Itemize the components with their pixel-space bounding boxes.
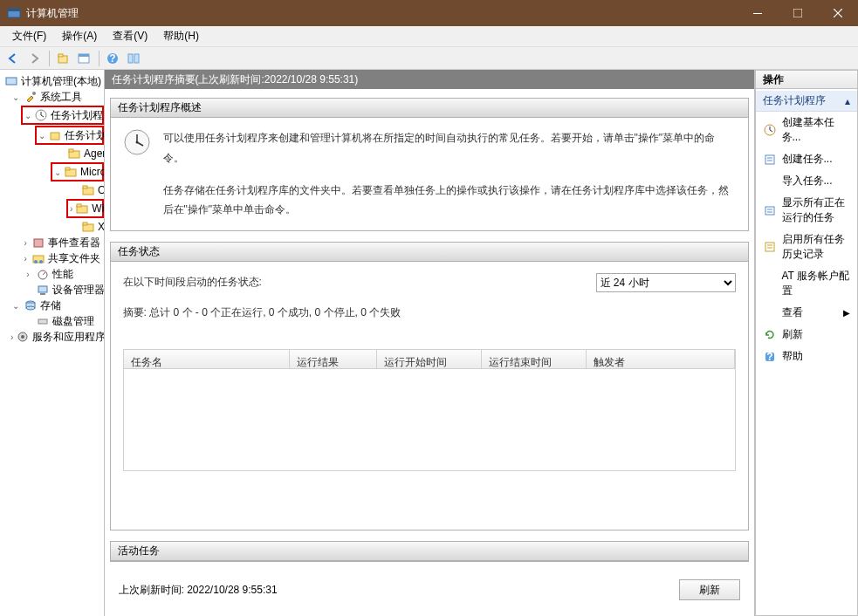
expand-icon[interactable]: › [70, 204, 72, 214]
action-help[interactable]: ? 帮助 [756, 346, 858, 367]
submenu-arrow-icon: ▶ [843, 308, 850, 318]
svg-rect-21 [69, 149, 73, 152]
active-title[interactable]: 活动任务 [111, 542, 748, 561]
expand-icon[interactable]: › [23, 238, 29, 248]
action-enable-history[interactable]: 启用所有任务历史记录 [756, 229, 858, 265]
actions-group-label: 任务计划程序 [763, 93, 826, 108]
menu-action[interactable]: 操作(A) [55, 27, 104, 45]
tree-onecore[interactable]: OneCore [0, 182, 104, 198]
action-create-task[interactable]: 创建任务... [756, 148, 858, 170]
header-prefix: 任务计划程序摘要(上次刷新时间: [112, 72, 264, 87]
tree-root[interactable]: 计算机管理(本地) [0, 73, 104, 89]
tree-label: 系统工具 [40, 90, 82, 105]
action-label: 启用所有任务历史记录 [782, 232, 851, 262]
action-label: AT 服务帐户配置 [782, 269, 851, 298]
action-show-running[interactable]: 显示所有正在运行的任务 [756, 192, 858, 229]
back-button[interactable] [3, 49, 23, 68]
tree-disk-management[interactable]: 磁盘管理 [0, 313, 104, 329]
forward-button[interactable] [24, 49, 44, 68]
task-table[interactable]: 任务名 运行结果 运行开始时间 运行结束时间 触发者 [123, 349, 736, 471]
shared-folders-icon [31, 251, 45, 265]
menu-view[interactable]: 查看(V) [106, 27, 154, 45]
tree-performance[interactable]: › 性能 [0, 266, 104, 282]
help-icon: ? [763, 350, 777, 364]
menu-help[interactable]: 帮助(H) [156, 27, 206, 45]
actions-group-title[interactable]: 任务计划程序 ▴ [756, 91, 858, 112]
overview-text: 可以使用任务计划程序来创建和管理计算机将在所指定的时间自动执行的常见任务。若要开… [163, 128, 736, 220]
tree-label: 任务计划程序库 [65, 128, 105, 143]
tools-icon [24, 90, 38, 104]
center-header: 任务计划程序摘要(上次刷新时间: 2022/10/28 9:55:31) [105, 70, 754, 89]
action-create-basic-task[interactable]: 创建基本任务... [756, 112, 858, 148]
tree-storage[interactable]: ⌄ 存储 [0, 298, 104, 313]
status-title[interactable]: 任务状态 [111, 243, 748, 262]
expand-icon[interactable]: › [23, 270, 33, 279]
last-refresh-label: 上次刷新时间: [119, 584, 188, 596]
title-bar: 计算机管理 [0, 0, 858, 26]
svg-rect-27 [77, 204, 81, 207]
library-icon [48, 128, 62, 142]
tree-agent-activation[interactable]: Agent Activation [0, 146, 104, 161]
col-start[interactable]: 运行开始时间 [377, 350, 482, 368]
col-result[interactable]: 运行结果 [290, 350, 377, 368]
tree-xblgamesave[interactable]: XblGameSave [0, 219, 104, 235]
expand-icon[interactable]: › [10, 332, 13, 342]
action-view[interactable]: 查看 ▶ [756, 302, 858, 324]
overview-title[interactable]: 任务计划程序概述 [111, 99, 748, 118]
svg-point-43 [21, 335, 24, 339]
tree-event-viewer[interactable]: › 事件查看器 [0, 235, 104, 250]
collapse-icon[interactable]: ⌄ [38, 131, 45, 140]
overview-section: 任务计划程序概述 可以使用任务计划程序来创建和管理计算机将在所指定的时间自动执行… [110, 98, 749, 231]
header-suffix: ) [354, 73, 358, 86]
menu-file[interactable]: 文件(F) [5, 27, 53, 45]
maximize-button[interactable] [778, 0, 818, 26]
action-refresh[interactable]: 刷新 [756, 324, 858, 346]
tree-windows[interactable]: › Windows [70, 201, 100, 216]
collapse-icon[interactable]: ⌄ [54, 168, 61, 177]
nav-tree[interactable]: 计算机管理(本地) ⌄ 系统工具 ⌄ 任务计划程序 ⌄ 任务计划程序库 Agen… [0, 70, 105, 616]
tree-services-apps[interactable]: › 服务和应用程序 [0, 329, 104, 345]
collapse-icon[interactable]: ⌄ [24, 111, 31, 120]
refresh-button[interactable]: 刷新 [679, 579, 740, 600]
svg-text:?: ? [766, 351, 772, 363]
status-range-label: 在以下时间段启动的任务状态: [123, 272, 262, 292]
tree-label: 共享文件夹 [48, 251, 100, 266]
up-button[interactable] [53, 49, 72, 68]
help-button[interactable]: ? [103, 49, 122, 68]
close-button[interactable] [818, 0, 858, 26]
tree-device-manager[interactable]: 设备管理器 [0, 282, 104, 298]
action-label: 创建基本任务... [782, 115, 851, 145]
col-end[interactable]: 运行结束时间 [482, 350, 587, 368]
time-range-select[interactable]: 近 24 小时 [596, 273, 736, 292]
col-trigger[interactable]: 触发者 [587, 350, 735, 368]
folder-icon [67, 147, 81, 161]
svg-rect-1 [8, 9, 20, 11]
tree-label: 服务和应用程序 [32, 330, 104, 345]
collapse-icon[interactable]: ⌄ [10, 92, 21, 102]
properties-button[interactable] [74, 49, 93, 68]
col-task-name[interactable]: 任务名 [124, 350, 290, 368]
action-at-service[interactable]: AT 服务帐户配置 [756, 265, 858, 302]
details-button[interactable] [124, 49, 143, 68]
expand-icon[interactable]: › [23, 254, 29, 264]
collapse-icon[interactable]: ⌄ [10, 301, 21, 311]
action-import-task[interactable]: 导入任务... [756, 170, 858, 192]
collapse-icon[interactable]: ▴ [845, 95, 850, 107]
minimize-button[interactable] [738, 0, 778, 26]
tree-shared-folders[interactable]: › 共享文件夹 [0, 250, 104, 266]
storage-icon [24, 298, 38, 312]
toolbar-separator [99, 51, 100, 66]
tree-label: Microsoft [80, 166, 105, 178]
tree-task-scheduler[interactable]: ⌄ 任务计划程序 [24, 107, 100, 123]
overview-p1: 可以使用任务计划程序来创建和管理计算机将在所指定的时间自动执行的常见任务。若要开… [163, 128, 736, 168]
svg-point-15 [32, 92, 36, 95]
svg-rect-54 [765, 207, 774, 215]
tree-label: 设备管理器 [52, 283, 105, 298]
tree-task-scheduler-lib[interactable]: ⌄ 任务计划程序库 [38, 127, 100, 143]
tree-system-tools[interactable]: ⌄ 系统工具 [0, 89, 104, 105]
app-icon [7, 6, 21, 20]
tree-microsoft[interactable]: ⌄ Microsoft [54, 164, 100, 180]
svg-rect-2 [753, 13, 762, 14]
import-icon [763, 175, 777, 188]
task-table-head: 任务名 运行结果 运行开始时间 运行结束时间 触发者 [124, 350, 735, 369]
